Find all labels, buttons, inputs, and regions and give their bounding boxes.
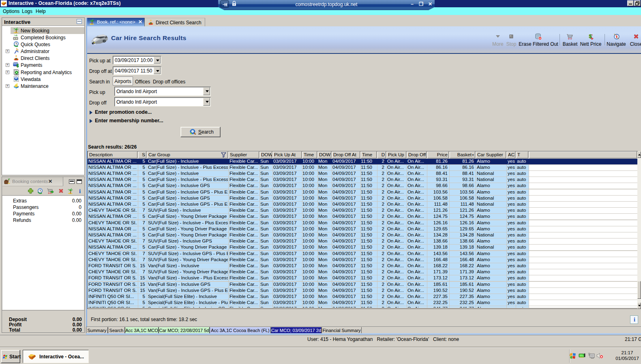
svg-text:i: i — [634, 317, 635, 323]
svg-text:$: $ — [17, 64, 19, 68]
svg-text:i: i — [79, 188, 81, 194]
